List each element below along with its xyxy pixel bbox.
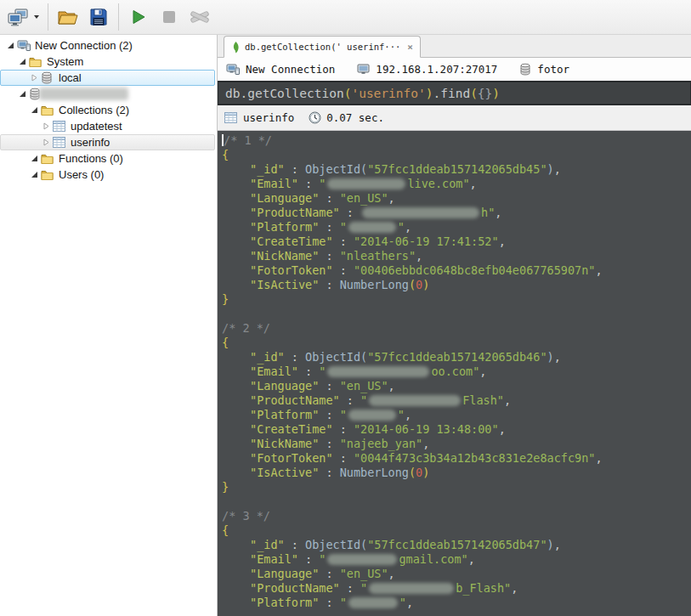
code-line	[218, 307, 691, 321]
redacted-text	[369, 583, 454, 594]
code-line: "ProductName" : h",	[218, 206, 691, 220]
clock-icon	[309, 111, 321, 124]
tree-item-updatetest[interactable]: updatetest	[0, 118, 215, 134]
folder-icon	[41, 105, 56, 116]
code-line: {	[218, 523, 691, 538]
database-label: fotor	[537, 63, 569, 76]
code-line: "Email" : "oo.com",	[218, 365, 691, 379]
code-line: "ProductName" : "b_Flash",	[218, 581, 691, 596]
collapse-arrow-icon[interactable]	[28, 106, 41, 114]
folder-icon	[41, 153, 56, 164]
tab-bar: db.getCollection(' userinf··· ×	[218, 35, 691, 58]
result-header: userinfo 0.07 sec.	[218, 105, 691, 131]
tab-close-icon[interactable]: ×	[407, 42, 413, 53]
play-icon	[131, 9, 146, 25]
main-panel: db.getCollection(' userinf··· × New Conn…	[218, 35, 691, 616]
connection-tree: New Connection (2)SystemlocalCollections…	[0, 37, 217, 183]
code-line: "Language" : "en_US",	[218, 567, 691, 581]
redacted-text	[327, 178, 405, 189]
tree-item-system[interactable]: System	[0, 54, 215, 70]
content: New Connection (2)SystemlocalCollections…	[0, 35, 691, 616]
table-icon	[53, 121, 68, 132]
gears-icon	[190, 8, 210, 25]
breadcrumb-connection[interactable]: New Connection	[226, 63, 335, 76]
code-line: "ProductName" : "Flash",	[218, 393, 691, 408]
collapse-arrow-icon[interactable]	[16, 90, 29, 98]
save-file-button[interactable]	[84, 3, 113, 31]
table-icon	[53, 137, 68, 148]
code-line	[218, 494, 691, 509]
mongodb-leaf-icon	[231, 41, 241, 54]
code-line: /* 3 */	[218, 509, 691, 523]
computer-icon	[17, 40, 32, 51]
tree-item-label: Functions (0)	[59, 152, 123, 165]
code-line: "_id" : ObjectId("57fcc1ddeab157142065db…	[218, 538, 691, 552]
tree-item-label: Users (0)	[59, 168, 104, 181]
expand-arrow-icon[interactable]	[40, 138, 53, 146]
stop-query-button	[155, 3, 184, 31]
toolbar-separator	[48, 3, 48, 31]
redacted-text	[348, 597, 398, 608]
query-bar: db.getCollection('userinfo').find({})	[218, 81, 691, 105]
expand-arrow-icon[interactable]	[40, 122, 53, 130]
tree-item-redacted-database[interactable]	[0, 86, 215, 102]
redacted-text	[39, 88, 128, 100]
open-file-button[interactable]	[54, 3, 82, 31]
server-icon	[357, 64, 370, 75]
folder-icon	[29, 56, 44, 67]
collapse-arrow-icon[interactable]	[16, 58, 29, 65]
collapse-arrow-icon[interactable]	[4, 42, 17, 49]
code-line: }	[218, 480, 691, 494]
code-line: {	[218, 148, 691, 162]
code-line: "Language" : "en_US",	[218, 379, 691, 393]
toolbar	[0, 0, 691, 35]
sidebar: New Connection (2)SystemlocalCollections…	[0, 35, 218, 616]
tree-item-new-connection-2[interactable]: New Connection (2)	[0, 37, 215, 54]
breadcrumb-server[interactable]: 192.168.1.207:27017	[357, 63, 497, 76]
redacted-text	[327, 554, 397, 565]
code-line: "Platform" : "",	[218, 596, 691, 610]
breadcrumb-database[interactable]: fotor	[519, 63, 569, 76]
code-line: }	[218, 292, 691, 307]
execute-query-button[interactable]	[124, 3, 153, 31]
code-line: "IsActive" : NumberLong(0)	[218, 278, 691, 292]
code-line: "Platform" : "",	[218, 220, 691, 235]
tree-item-local[interactable]: local	[0, 70, 215, 86]
expand-arrow-icon[interactable]	[28, 74, 41, 82]
database-icon	[519, 63, 531, 76]
redacted-text	[348, 222, 396, 233]
tree-item-label: New Connection (2)	[35, 39, 133, 52]
collapse-arrow-icon[interactable]	[28, 171, 41, 178]
tree-item-users-0[interactable]: Users (0)	[0, 167, 215, 183]
open-folder-icon	[58, 9, 78, 25]
database-icon	[41, 71, 56, 84]
code-line: /* 2 */	[218, 321, 691, 336]
folder-icon	[41, 169, 56, 180]
redacted-text	[369, 395, 461, 406]
tab-query[interactable]: db.getCollection(' userinf··· ×	[224, 36, 421, 58]
result-editor[interactable]: /* 1 */{"_id" : ObjectId("57fcc1ddeab157…	[218, 131, 691, 616]
connection-icon	[226, 64, 240, 75]
breadcrumb: New Connection 192.168.1.207:27017 fotor	[218, 58, 691, 81]
collection-icon	[224, 112, 237, 123]
code-line: "FotorToken" : "00406ebbdc0648bc8efb04e0…	[218, 263, 691, 278]
connections-button[interactable]	[4, 3, 42, 31]
tree-item-collections-2[interactable]: Collections (2)	[0, 102, 215, 118]
tree-item-userinfo[interactable]: userinfo	[0, 134, 215, 150]
code-line: "CreateTime" : "2014-06-19 17:41:52",	[218, 235, 691, 249]
code-line: /* 1 */	[218, 133, 691, 148]
code-line: "_id" : ObjectId("57fcc1ddeab157142065db…	[218, 350, 691, 365]
tree-item-label: Collections (2)	[59, 104, 129, 116]
code-line: "IsActive" : NumberLong(0)	[218, 466, 691, 480]
orientation-button	[185, 3, 214, 31]
tree-item-label: System	[47, 55, 83, 68]
result-duration: 0.07 sec.	[326, 111, 384, 124]
collapse-arrow-icon[interactable]	[28, 155, 41, 162]
connect-icon	[8, 8, 30, 26]
redacted-text	[362, 207, 479, 218]
code-line: "NickName" : "nleathers",	[218, 249, 691, 263]
dropdown-caret-icon[interactable]	[34, 15, 39, 19]
save-icon	[90, 8, 107, 25]
query-input[interactable]: db.getCollection('userinfo').find({})	[225, 87, 500, 100]
tree-item-functions-0[interactable]: Functions (0)	[0, 150, 215, 167]
